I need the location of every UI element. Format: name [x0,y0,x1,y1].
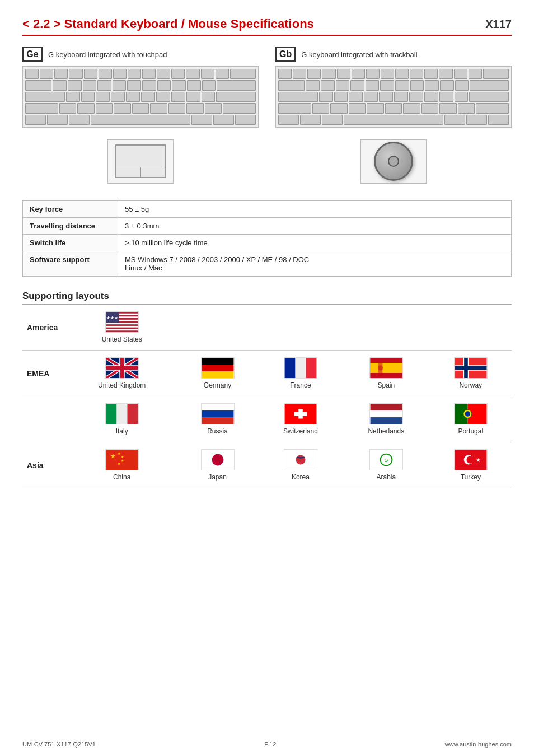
country-cell: Switzerland [259,396,343,442]
spec-row: Travelling distance3 ± 0.3mm [23,218,512,235]
flag-fr [284,357,317,379]
country-cell: ★★★ United States [67,305,176,351]
country-name: Turkey [461,473,481,481]
country-cell: Germany [176,351,258,396]
empty-cell [343,305,430,351]
country-name: France [290,381,311,389]
svg-rect-20 [202,371,233,378]
gb-keyboard-img [275,66,512,128]
flag-cell: ★★★ United States [72,311,172,343]
svg-rect-6 [106,329,138,331]
page-footer: UM-CV-751-X117-Q215V1 P.12 www.austin-hu… [22,741,512,748]
svg-text:★: ★ [118,452,120,455]
country-cell: Russia [176,396,258,442]
layout-row: America ★★★ United States [22,305,512,351]
svg-rect-36 [116,404,127,424]
svg-rect-18 [202,358,233,365]
flag-cell: Netherlands [347,403,425,435]
spec-value: 3 ± 0.3mm [118,218,512,235]
empty-cell [430,305,512,351]
svg-rect-5 [106,326,138,328]
flag-gb [105,357,139,379]
country-name: Italy [116,427,128,435]
svg-rect-19 [202,365,233,371]
country-cell: Japan [176,442,258,488]
flag-cell: ★ ★ ★ ★ ★ China [72,449,172,481]
svg-rect-43 [294,412,307,416]
keyboard-ge-col: Ge G keyboard integrated with touchpad [22,47,259,189]
flag-ru [201,403,235,424]
footer-left: UM-CV-751-X117-Q215V1 [22,741,96,748]
flag-cell: Spain [347,357,425,389]
country-cell: Italy [67,396,176,442]
flag-nl [369,403,403,424]
svg-rect-40 [202,417,233,424]
keyboard-section: Ge G keyboard integrated with touchpad [22,47,512,189]
country-name: Arabia [376,473,396,481]
layout-row: EMEA United Kingdom [22,351,512,396]
country-cell: Spain [343,351,430,396]
region-label: EMEA [22,351,67,396]
svg-rect-26 [370,358,402,363]
flag-cell: France [263,357,338,389]
country-name: United States [102,335,142,343]
spec-row: Key force55 ± 5g [23,201,512,218]
spec-label: Travelling distance [23,218,118,235]
gb-badge: Gb [275,47,296,62]
keyboard-gb-col: Gb G keyboard integrated with trackball [275,47,512,189]
country-cell: Portugal [430,396,512,442]
country-name: Portugal [458,427,483,435]
gb-desc: G keyboard integrated with trackball [301,50,417,59]
ge-badge: Ge [22,47,43,62]
flag-cell: Norway [434,357,507,389]
svg-rect-45 [370,410,402,417]
svg-text:★: ★ [118,462,120,465]
svg-rect-27 [370,373,402,378]
touchpad-img [107,139,174,184]
spec-label: Switch life [23,235,118,251]
spec-value: 55 ± 5g [118,201,512,218]
country-cell: United Kingdom [67,351,176,396]
svg-rect-34 [464,358,468,378]
svg-point-58 [212,454,223,466]
svg-point-67 [466,456,474,463]
svg-rect-23 [306,358,316,378]
flag-cell: Switzerland [263,403,338,435]
page-id: X117 [485,18,512,31]
flag-no [454,357,488,379]
region-label: Asia [22,442,67,488]
svg-rect-37 [127,404,138,424]
flag-tr: ★ [454,449,488,470]
country-name: Korea [292,473,310,481]
flag-cell: Russia [181,403,254,435]
flag-cn: ★ ★ ★ ★ ★ [105,449,139,470]
svg-rect-46 [370,417,402,424]
country-name: United Kingdom [98,381,146,389]
country-cell: Norway [430,351,512,396]
country-cell: ★ Turkey [430,442,512,488]
flag-cell: Italy [72,403,172,435]
spec-label: Software support [23,251,118,277]
layouts-section-title: Supporting layouts [22,291,512,305]
svg-rect-33 [455,366,486,370]
flag-us: ★★★ [105,311,139,333]
flag-ch [284,403,317,424]
spec-row: Software supportMS Windows 7 / 2008 / 20… [23,251,512,277]
svg-rect-39 [202,410,233,417]
flag-cell: ★ Turkey [434,449,507,481]
spec-row: Switch life> 10 million life cycle time [23,235,512,251]
svg-rect-22 [295,358,306,378]
country-cell: ⊙ Arabia [343,442,430,488]
spec-value: MS Windows 7 / 2008 / 2003 / 2000 / XP /… [118,251,512,277]
svg-text:★: ★ [121,459,124,463]
flag-cell: ⊙ Arabia [347,449,425,481]
country-cell: Netherlands [343,396,430,442]
flag-cell: United Kingdom [72,357,172,389]
flag-pt [454,403,488,424]
svg-point-50 [465,411,470,416]
trackball-img [360,139,427,184]
region-label [22,396,67,442]
flag-cell: Korea [263,449,338,481]
flag-kr [284,449,317,470]
svg-rect-17 [120,358,124,378]
